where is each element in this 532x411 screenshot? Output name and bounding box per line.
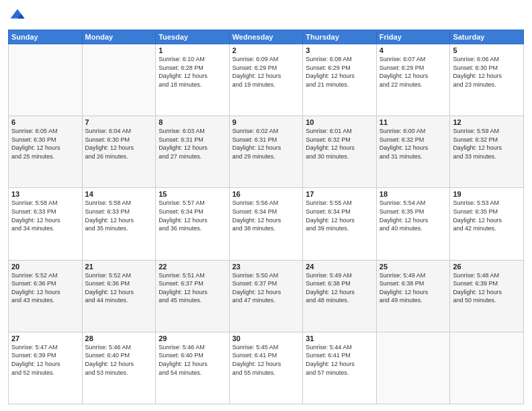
calendar-cell: 29Sunrise: 5:46 AM Sunset: 6:40 PM Dayli… [156,332,230,404]
day-number: 14 [85,190,153,198]
day-info: Sunrise: 6:03 AM Sunset: 6:31 PM Dayligh… [159,127,226,161]
day-number: 29 [159,334,226,342]
calendar-cell: 10Sunrise: 6:01 AM Sunset: 6:32 PM Dayli… [303,116,377,188]
calendar-cell: 9Sunrise: 6:02 AM Sunset: 6:31 PM Daylig… [229,116,303,188]
calendar-header: SundayMondayTuesdayWednesdayThursdayFrid… [9,30,524,44]
day-info: Sunrise: 5:58 AM Sunset: 6:33 PM Dayligh… [11,199,79,232]
day-number: 1 [159,46,226,54]
calendar-cell: 13Sunrise: 5:58 AM Sunset: 6:33 PM Dayli… [9,188,83,260]
calendar-cell: 26Sunrise: 5:48 AM Sunset: 6:39 PM Dayli… [450,260,524,332]
day-header-monday: Monday [82,30,156,44]
day-info: Sunrise: 5:53 AM Sunset: 6:35 PM Dayligh… [453,199,521,232]
day-header-wednesday: Wednesday [229,30,303,44]
day-number: 28 [85,334,153,342]
calendar-cell: 23Sunrise: 5:50 AM Sunset: 6:37 PM Dayli… [229,260,303,332]
day-number: 8 [159,118,226,126]
day-number: 21 [85,263,153,271]
day-number: 23 [232,263,300,271]
day-info: Sunrise: 5:51 AM Sunset: 6:37 PM Dayligh… [159,271,226,305]
day-number: 13 [11,190,79,198]
day-info: Sunrise: 5:59 AM Sunset: 6:32 PM Dayligh… [453,127,521,161]
calendar-cell: 1Sunrise: 6:10 AM Sunset: 6:28 PM Daylig… [156,44,230,116]
calendar-body: 1Sunrise: 6:10 AM Sunset: 6:28 PM Daylig… [9,44,524,404]
calendar-cell [9,44,83,116]
day-number: 18 [380,190,447,198]
day-info: Sunrise: 6:06 AM Sunset: 6:30 PM Dayligh… [453,55,521,89]
day-number: 22 [159,263,226,271]
day-number: 30 [232,334,300,342]
day-info: Sunrise: 6:10 AM Sunset: 6:28 PM Dayligh… [159,55,226,89]
calendar-cell: 7Sunrise: 6:04 AM Sunset: 6:30 PM Daylig… [82,116,156,188]
day-info: Sunrise: 5:58 AM Sunset: 6:33 PM Dayligh… [85,199,153,232]
calendar-cell: 15Sunrise: 5:57 AM Sunset: 6:34 PM Dayli… [156,188,230,260]
calendar-cell: 6Sunrise: 6:05 AM Sunset: 6:30 PM Daylig… [9,116,83,188]
page: SundayMondayTuesdayWednesdayThursdayFrid… [0,0,532,411]
day-info: Sunrise: 6:01 AM Sunset: 6:32 PM Dayligh… [306,127,373,161]
calendar-cell: 17Sunrise: 5:55 AM Sunset: 6:34 PM Dayli… [303,188,377,260]
day-number: 4 [380,46,447,54]
calendar-cell: 8Sunrise: 6:03 AM Sunset: 6:31 PM Daylig… [156,116,230,188]
calendar-cell: 12Sunrise: 5:59 AM Sunset: 6:32 PM Dayli… [450,116,524,188]
day-header-friday: Friday [376,30,450,44]
day-info: Sunrise: 5:52 AM Sunset: 6:36 PM Dayligh… [11,271,79,305]
calendar-cell: 27Sunrise: 5:47 AM Sunset: 6:39 PM Dayli… [9,332,83,404]
calendar-week-4: 20Sunrise: 5:52 AM Sunset: 6:36 PM Dayli… [9,260,524,332]
day-info: Sunrise: 5:50 AM Sunset: 6:37 PM Dayligh… [232,271,300,305]
calendar-cell: 18Sunrise: 5:54 AM Sunset: 6:35 PM Dayli… [376,188,450,260]
day-info: Sunrise: 6:09 AM Sunset: 6:29 PM Dayligh… [232,55,300,89]
day-number: 25 [380,263,447,271]
day-number: 15 [159,190,226,198]
day-info: Sunrise: 5:46 AM Sunset: 6:40 PM Dayligh… [159,343,226,377]
day-header-saturday: Saturday [450,30,524,44]
calendar-week-3: 13Sunrise: 5:58 AM Sunset: 6:33 PM Dayli… [9,188,524,260]
day-info: Sunrise: 6:07 AM Sunset: 6:29 PM Dayligh… [380,55,447,89]
day-number: 27 [11,334,79,342]
calendar-cell: 28Sunrise: 5:46 AM Sunset: 6:40 PM Dayli… [82,332,156,404]
calendar-cell: 19Sunrise: 5:53 AM Sunset: 6:35 PM Dayli… [450,188,524,260]
calendar-cell: 4Sunrise: 6:07 AM Sunset: 6:29 PM Daylig… [376,44,450,116]
calendar-cell [82,44,156,116]
logo-icon [8,7,27,26]
calendar-cell: 2Sunrise: 6:09 AM Sunset: 6:29 PM Daylig… [229,44,303,116]
day-info: Sunrise: 6:00 AM Sunset: 6:32 PM Dayligh… [380,127,447,161]
logo [8,7,28,26]
day-info: Sunrise: 6:04 AM Sunset: 6:30 PM Dayligh… [85,127,153,161]
day-number: 20 [11,263,79,271]
day-number: 16 [232,190,300,198]
day-number: 12 [453,118,521,126]
day-info: Sunrise: 6:08 AM Sunset: 6:29 PM Dayligh… [306,55,373,89]
day-info: Sunrise: 5:44 AM Sunset: 6:41 PM Dayligh… [306,343,373,377]
day-number: 24 [306,263,373,271]
calendar-cell [450,332,524,404]
calendar-week-5: 27Sunrise: 5:47 AM Sunset: 6:39 PM Dayli… [9,332,524,404]
day-info: Sunrise: 6:05 AM Sunset: 6:30 PM Dayligh… [11,127,79,161]
day-number: 19 [453,190,521,198]
day-info: Sunrise: 5:49 AM Sunset: 6:38 PM Dayligh… [380,271,447,305]
day-info: Sunrise: 5:55 AM Sunset: 6:34 PM Dayligh… [306,199,373,232]
day-info: Sunrise: 5:54 AM Sunset: 6:35 PM Dayligh… [380,199,447,232]
calendar-cell: 20Sunrise: 5:52 AM Sunset: 6:36 PM Dayli… [9,260,83,332]
day-info: Sunrise: 5:52 AM Sunset: 6:36 PM Dayligh… [85,271,153,305]
calendar-cell: 14Sunrise: 5:58 AM Sunset: 6:33 PM Dayli… [82,188,156,260]
day-header-thursday: Thursday [303,30,377,44]
day-info: Sunrise: 5:56 AM Sunset: 6:34 PM Dayligh… [232,199,300,232]
header [8,7,524,26]
day-number: 3 [306,46,373,54]
calendar-table: SundayMondayTuesdayWednesdayThursdayFrid… [8,30,524,404]
calendar-week-1: 1Sunrise: 6:10 AM Sunset: 6:28 PM Daylig… [9,44,524,116]
calendar-cell: 31Sunrise: 5:44 AM Sunset: 6:41 PM Dayli… [303,332,377,404]
calendar-cell: 5Sunrise: 6:06 AM Sunset: 6:30 PM Daylig… [450,44,524,116]
calendar-cell: 21Sunrise: 5:52 AM Sunset: 6:36 PM Dayli… [82,260,156,332]
calendar-cell: 30Sunrise: 5:45 AM Sunset: 6:41 PM Dayli… [229,332,303,404]
day-number: 10 [306,118,373,126]
day-number: 9 [232,118,300,126]
day-number: 7 [85,118,153,126]
day-info: Sunrise: 5:57 AM Sunset: 6:34 PM Dayligh… [159,199,226,232]
calendar-cell: 3Sunrise: 6:08 AM Sunset: 6:29 PM Daylig… [303,44,377,116]
calendar-week-2: 6Sunrise: 6:05 AM Sunset: 6:30 PM Daylig… [9,116,524,188]
day-info: Sunrise: 5:47 AM Sunset: 6:39 PM Dayligh… [11,343,79,377]
calendar-cell: 11Sunrise: 6:00 AM Sunset: 6:32 PM Dayli… [376,116,450,188]
day-number: 11 [380,118,447,126]
calendar-cell: 24Sunrise: 5:49 AM Sunset: 6:38 PM Dayli… [303,260,377,332]
day-header-sunday: Sunday [9,30,83,44]
